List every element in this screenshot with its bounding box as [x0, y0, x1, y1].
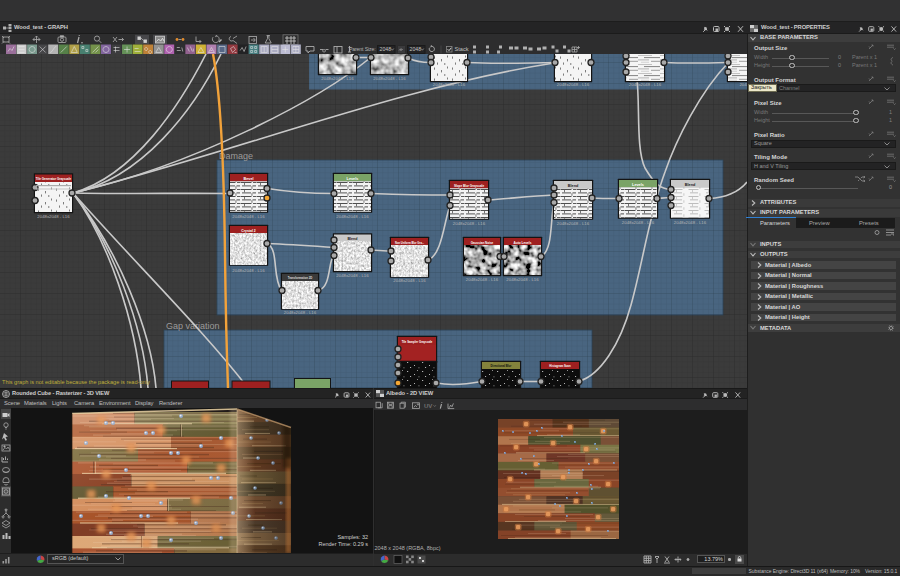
svg-text:2048x2048 - L16: 2048x2048 - L16	[433, 82, 466, 87]
svg-text:Auto Levels: Auto Levels	[513, 241, 531, 245]
svg-text:Stack: Stack	[455, 46, 469, 52]
svg-text:2048: 2048	[380, 46, 392, 52]
svg-text:Transformation 2D: Transformation 2D	[288, 276, 313, 280]
svg-text:Histogram Scan: Histogram Scan	[549, 364, 571, 368]
svg-text:2048x2048 - L16: 2048x2048 - L16	[557, 221, 590, 226]
svg-text:Tile Generator Grayscale: Tile Generator Grayscale	[36, 177, 72, 181]
svg-text:Tile Sampler Grayscale: Tile Sampler Grayscale	[402, 340, 433, 344]
svg-text:UV: UV	[424, 403, 432, 409]
svg-text:Blend: Blend	[685, 183, 696, 187]
svg-text:2048x2048 - L16: 2048x2048 - L16	[373, 76, 406, 81]
svg-text:2048: 2048	[410, 46, 422, 52]
svg-text:Bevel: Bevel	[243, 177, 253, 181]
svg-text:2048x2048 - L16: 2048x2048 - L16	[232, 214, 265, 219]
svg-text:Directional Blur: Directional Blur	[491, 364, 513, 368]
svg-text:Slope Blur Grayscale: Slope Blur Grayscale	[454, 184, 485, 188]
svg-text:2048x2048 - L16: 2048x2048 - L16	[37, 214, 70, 219]
svg-text:Blend: Blend	[568, 184, 579, 188]
svg-text:Non Uniform Blur Gra...: Non Uniform Blur Gra...	[395, 241, 424, 245]
svg-text:2048x2048 - L16: 2048x2048 - L16	[336, 273, 369, 278]
svg-text:Crystal 2: Crystal 2	[241, 229, 255, 233]
svg-text:Blend: Blend	[348, 237, 358, 241]
svg-text:2048x2048 - L16: 2048x2048 - L16	[284, 310, 317, 315]
svg-text:2048x2048 - L16: 2048x2048 - L16	[321, 76, 354, 81]
svg-text:Damage: Damage	[219, 151, 253, 161]
svg-text:2048x2048 - L16: 2048x2048 - L16	[232, 268, 265, 273]
svg-text:2048x2: 2048x2	[739, 82, 747, 87]
svg-text:Levels: Levels	[347, 177, 359, 181]
svg-text:2048x2048 - L16: 2048x2048 - L16	[622, 220, 655, 225]
svg-text:This graph is not editable bec: This graph is not editable because the p…	[2, 379, 150, 385]
svg-text:2048x2048 - L16: 2048x2048 - L16	[674, 220, 707, 225]
svg-text:2048x2048 - L16: 2048x2048 - L16	[629, 82, 662, 87]
svg-text:2048x2048 - L16: 2048x2048 - L16	[453, 221, 486, 226]
svg-text:2048x2048 - L16: 2048x2048 - L16	[393, 278, 426, 283]
svg-text:Gaussian Noise: Gaussian Noise	[471, 241, 494, 245]
svg-text:2048x2048 - L16: 2048x2048 - L16	[466, 277, 499, 282]
svg-text:Levels: Levels	[632, 183, 644, 187]
svg-text:Parent Size:: Parent Size:	[349, 46, 375, 52]
svg-text:2048x2048 - L16: 2048x2048 - L16	[557, 82, 590, 87]
svg-text:2048x2048 - L16: 2048x2048 - L16	[336, 214, 369, 219]
svg-text:2048x2048 - L16: 2048x2048 - L16	[506, 277, 539, 282]
